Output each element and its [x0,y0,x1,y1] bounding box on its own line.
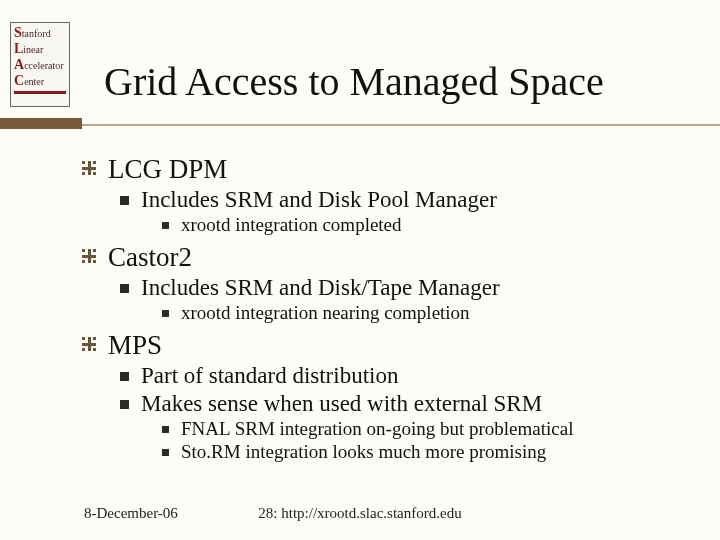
subsubbullet: Sto.RM integration looks much more promi… [162,441,700,463]
square-bullet-icon [162,310,169,317]
square-bullet-icon [120,400,129,409]
footer-page: 28: http://xrootd.slac.stanford.edu [0,505,720,522]
bullet-text: LCG DPM [108,154,227,185]
square-bullet-icon [120,372,129,381]
bullet-text: Castor2 [108,242,192,273]
grid-bullet-icon [82,161,96,175]
square-bullet-icon [120,196,129,205]
square-bullet-icon [162,449,169,456]
bullet-text: Includes SRM and Disk/Tape Manager [141,275,500,301]
bullet-text: xrootd integration nearing completion [181,302,470,324]
subbullet: Makes sense when used with external SRM [120,391,700,417]
slide-body: LCG DPM Includes SRM and Disk Pool Manag… [82,148,700,463]
subbullet: Part of standard distribution [120,363,700,389]
square-bullet-icon [120,284,129,293]
bullet-text: Includes SRM and Disk Pool Manager [141,187,497,213]
bullet-text: Part of standard distribution [141,363,398,389]
subsubbullet: FNAL SRM integration on-going but proble… [162,418,700,440]
slac-logo: Stanford Linear Accelerator Center [10,22,70,107]
square-bullet-icon [162,426,169,433]
slide-title: Grid Access to Managed Space [104,58,604,105]
square-bullet-icon [162,222,169,229]
bullet-text: FNAL SRM integration on-going but proble… [181,418,573,440]
bullet-text: Makes sense when used with external SRM [141,391,542,417]
bullet-castor2: Castor2 [82,242,700,273]
bullet-text: Sto.RM integration looks much more promi… [181,441,546,463]
subbullet: Includes SRM and Disk Pool Manager [120,187,700,213]
grid-bullet-icon [82,337,96,351]
bullet-lcg-dpm: LCG DPM [82,154,700,185]
title-rule-thin [82,124,720,126]
bullet-text: MPS [108,330,162,361]
subbullet: Includes SRM and Disk/Tape Manager [120,275,700,301]
grid-bullet-icon [82,249,96,263]
title-rule-thick [0,118,82,129]
bullet-text: xrootd integration completed [181,214,402,236]
subsubbullet: xrootd integration nearing completion [162,302,700,324]
subsubbullet: xrootd integration completed [162,214,700,236]
bullet-mps: MPS [82,330,700,361]
